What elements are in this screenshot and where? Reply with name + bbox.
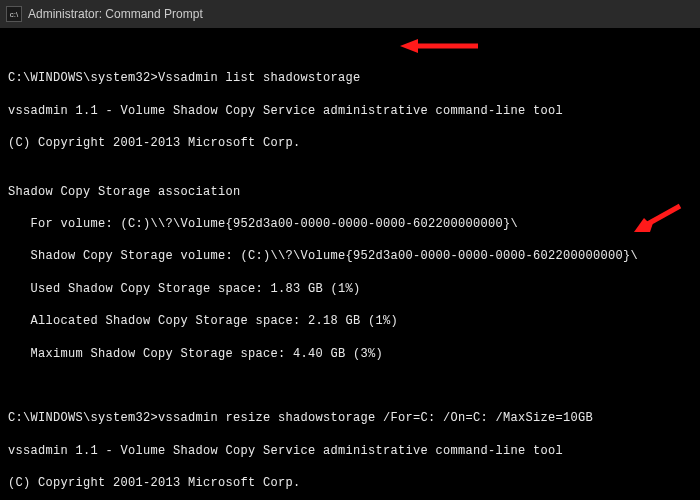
command-input: vssadmin resize shadowstorage /For=C: /O… bbox=[158, 411, 593, 425]
cmd-icon: c:\ bbox=[6, 6, 22, 22]
output-line: Allocated Shadow Copy Storage space: 2.1… bbox=[8, 313, 692, 329]
output-line: Used Shadow Copy Storage space: 1.83 GB … bbox=[8, 281, 692, 297]
prompt: C:\WINDOWS\system32> bbox=[8, 411, 158, 425]
output-line: Shadow Copy Storage association bbox=[8, 184, 692, 200]
output-line: vssadmin 1.1 - Volume Shadow Copy Servic… bbox=[8, 103, 692, 119]
output-line: (C) Copyright 2001-2013 Microsoft Corp. bbox=[8, 475, 692, 491]
window-titlebar[interactable]: c:\ Administrator: Command Prompt bbox=[0, 0, 700, 28]
window-title: Administrator: Command Prompt bbox=[28, 7, 694, 21]
prompt: C:\WINDOWS\system32> bbox=[8, 71, 158, 85]
output-line: Shadow Copy Storage volume: (C:)\\?\Volu… bbox=[8, 248, 692, 264]
command-line: C:\WINDOWS\system32>Vssadmin list shadow… bbox=[8, 70, 692, 86]
output-line: vssadmin 1.1 - Volume Shadow Copy Servic… bbox=[8, 443, 692, 459]
output-line: For volume: (C:)\\?\Volume{952d3a00-0000… bbox=[8, 216, 692, 232]
command-input: Vssadmin list shadowstorage bbox=[158, 71, 361, 85]
output-line: (C) Copyright 2001-2013 Microsoft Corp. bbox=[8, 135, 692, 151]
terminal-output[interactable]: C:\WINDOWS\system32>Vssadmin list shadow… bbox=[0, 28, 700, 500]
command-line: C:\WINDOWS\system32>vssadmin resize shad… bbox=[8, 410, 692, 426]
output-line: Maximum Shadow Copy Storage space: 4.40 … bbox=[8, 346, 692, 362]
